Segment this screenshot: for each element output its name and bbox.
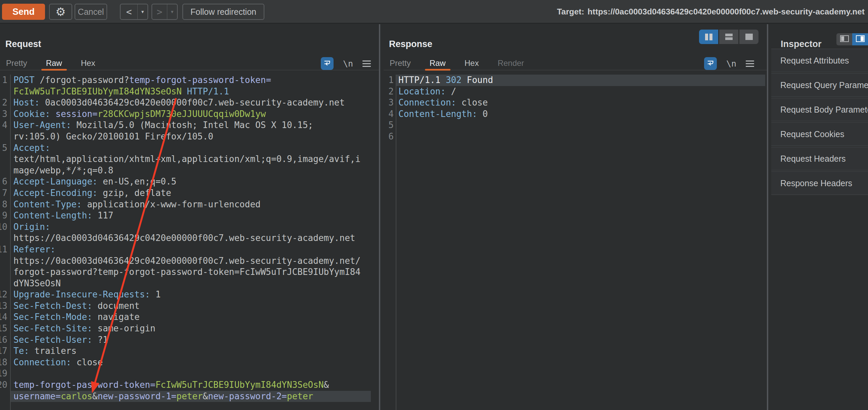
code-line[interactable]: 2Host: 0ac0003d04636429c0420e00000f00c7.… xyxy=(0,97,379,109)
target-label: Target: xyxy=(557,7,584,17)
code-line[interactable]: 1HTTP/1.1 302 Found xyxy=(383,75,767,86)
tab-hex[interactable]: Hex xyxy=(459,57,485,70)
code-line[interactable]: 16Sec-Fetch-User: ?1 xyxy=(0,334,379,346)
code-line[interactable]: 4User-Agent: Mozilla/5.0 (Macintosh; Int… xyxy=(0,120,379,131)
inspector-section-request-query-parameters[interactable]: Request Query Parameters xyxy=(771,73,868,97)
back-button[interactable]: < xyxy=(121,4,137,19)
editor-menu-button[interactable] xyxy=(746,60,754,67)
tab-raw[interactable]: Raw xyxy=(40,57,68,70)
forward-button[interactable]: > xyxy=(152,4,167,19)
code-line[interactable]: 15Sec-Fetch-Site: same-origin xyxy=(0,323,379,334)
code-line[interactable]: username=carlos&new-password-1=peter&new… xyxy=(0,391,379,402)
response-panel: Response PrettyRawHexRender xyxy=(383,24,767,410)
code-line[interactable]: 4Content-Length: 0 xyxy=(383,109,767,120)
tab-raw[interactable]: Raw xyxy=(424,57,452,70)
gear-icon: ⚙ xyxy=(55,6,65,18)
inspector-section-request-body-parameters[interactable]: Request Body Parameters xyxy=(771,98,868,121)
show-newlines-button[interactable]: \n xyxy=(343,59,353,68)
code-line[interactable]: dYN3SeOsN xyxy=(0,278,379,289)
inspector-section-response-headers[interactable]: Response Headers xyxy=(771,171,868,195)
code-line[interactable]: 5 xyxy=(383,120,767,131)
target-display: Target: https://0ac0003d04636429c0420e00… xyxy=(557,0,865,24)
tab-pretty[interactable]: Pretty xyxy=(383,57,417,70)
forward-dropdown-button[interactable]: ▾ xyxy=(167,4,177,19)
inspector-section-request-headers[interactable]: Request Headers xyxy=(771,147,868,170)
request-panel: Request PrettyRawHex \n 1POST /fo xyxy=(0,24,379,410)
code-line[interactable]: 13Sec-Fetch-Dest: document xyxy=(0,300,379,312)
code-line[interactable]: 5Accept: xyxy=(0,143,379,154)
cancel-button[interactable]: Cancel xyxy=(74,4,107,20)
history-forward-group: > ▾ xyxy=(152,4,178,20)
line-number: 3 xyxy=(383,97,394,109)
line-number: 13 xyxy=(0,300,7,312)
tab-hex[interactable]: Hex xyxy=(75,57,101,70)
line-number: 4 xyxy=(383,109,394,120)
code-line[interactable]: rv:105.0) Gecko/20100101 Firefox/105.0 xyxy=(0,131,379,143)
code-line[interactable]: 20temp-forgot-password-token=FcIwW5uTrJC… xyxy=(0,379,379,391)
code-line[interactable]: 3Cookie: session=r28CKCwpjsDM730eJJUUUCq… xyxy=(0,109,379,120)
code-line[interactable]: 11Referer: xyxy=(0,244,379,256)
response-panel-title: Response xyxy=(389,39,432,50)
code-line[interactable]: 17Te: trailers xyxy=(0,346,379,357)
response-editor[interactable]: 1HTTP/1.1 302 Found2Location: /3Connecti… xyxy=(383,75,767,410)
code-line[interactable]: 8Content-Type: application/x-www-form-ur… xyxy=(0,199,379,210)
line-number: 4 xyxy=(0,120,7,131)
tab-render[interactable]: Render xyxy=(491,57,530,70)
response-inspector-splitter[interactable] xyxy=(767,24,771,410)
code-line[interactable]: 2Location: / xyxy=(383,86,767,97)
code-line[interactable]: https://0ac0003d04636429c0420e00000f00c7… xyxy=(0,256,379,267)
line-number: 11 xyxy=(0,244,7,256)
code-line[interactable]: 10Origin: xyxy=(0,222,379,233)
code-line[interactable]: 3Connection: close xyxy=(383,97,767,109)
inspector-section-label: Request Attributes xyxy=(780,56,849,65)
request-tabbar: PrettyRawHex \n xyxy=(0,57,379,70)
layout-columns-button[interactable] xyxy=(699,30,718,44)
code-line[interactable]: https://0ac0003d04636429c0420e00000f00c7… xyxy=(0,233,379,244)
code-line[interactable]: 6Accept-Language: en-US,en;q=0.5 xyxy=(0,176,379,187)
settings-button[interactable]: ⚙ xyxy=(49,4,72,20)
inspector-section-request-attributes[interactable]: Request Attributes xyxy=(771,49,868,72)
code-line[interactable]: 1POST /forgot-password?temp-forgot-passw… xyxy=(0,75,379,86)
inspector-section-label: Response Headers xyxy=(780,178,852,188)
send-button[interactable]: Send xyxy=(2,4,45,20)
inspector-panel: Inspector Request Attribut xyxy=(771,24,868,410)
follow-redirection-button[interactable]: Follow redirection xyxy=(182,4,265,20)
inspector-section-label: Request Query Parameters xyxy=(780,80,868,90)
history-back-group: < ▾ xyxy=(120,4,148,20)
line-number: 10 xyxy=(0,222,7,233)
word-wrap-toggle-button[interactable] xyxy=(704,57,717,70)
layout-single-button[interactable] xyxy=(739,30,758,44)
line-number: 6 xyxy=(383,131,394,143)
code-line[interactable]: 9Content-Length: 117 xyxy=(0,210,379,222)
layout-rows-button[interactable] xyxy=(719,30,738,44)
request-editor[interactable]: 1POST /forgot-password?temp-forgot-passw… xyxy=(0,75,379,410)
word-wrap-toggle-button[interactable] xyxy=(321,57,334,70)
line-number: 2 xyxy=(0,97,7,109)
inspector-section-request-cookies[interactable]: Request Cookies xyxy=(771,122,868,146)
line-number: 14 xyxy=(0,312,7,323)
response-tabbar: PrettyRawHexRender \n xyxy=(383,57,767,70)
code-line[interactable]: forgot-password?temp-forgot-password-tok… xyxy=(0,266,379,278)
forward-icon: > xyxy=(157,6,163,18)
line-number: 8 xyxy=(0,199,7,210)
code-line[interactable]: 14Sec-Fetch-Mode: navigate xyxy=(0,312,379,323)
code-line[interactable]: 7Accept-Encoding: gzip, deflate xyxy=(0,187,379,199)
code-line[interactable]: 6 xyxy=(383,131,767,143)
repeater-toolbar: Send ⚙ Cancel < ▾ > ▾ Follow redirection… xyxy=(0,0,868,24)
back-dropdown-button[interactable]: ▾ xyxy=(137,4,148,19)
code-line[interactable]: 12Upgrade-Insecure-Requests: 1 xyxy=(0,289,379,300)
show-newlines-button[interactable]: \n xyxy=(726,59,736,68)
dock-left-button[interactable] xyxy=(836,33,852,46)
line-number: 12 xyxy=(0,289,7,300)
tab-pretty[interactable]: Pretty xyxy=(0,57,33,70)
code-line[interactable]: FcIwW5uTrJCBE9IUbYymI84dYN3SeOsN HTTP/1.… xyxy=(0,86,379,97)
editor-menu-button[interactable] xyxy=(363,60,371,67)
code-line[interactable]: 18Connection: close xyxy=(0,357,379,368)
line-number: 3 xyxy=(0,109,7,120)
code-line[interactable]: 19 xyxy=(0,368,379,379)
code-line[interactable]: mage/webp,*/*;q=0.8 xyxy=(0,165,379,176)
line-number: 7 xyxy=(0,187,7,199)
request-response-splitter[interactable] xyxy=(379,24,383,410)
code-line[interactable]: text/html,application/xhtml+xml,applicat… xyxy=(0,154,379,165)
dock-right-button[interactable] xyxy=(852,33,868,46)
